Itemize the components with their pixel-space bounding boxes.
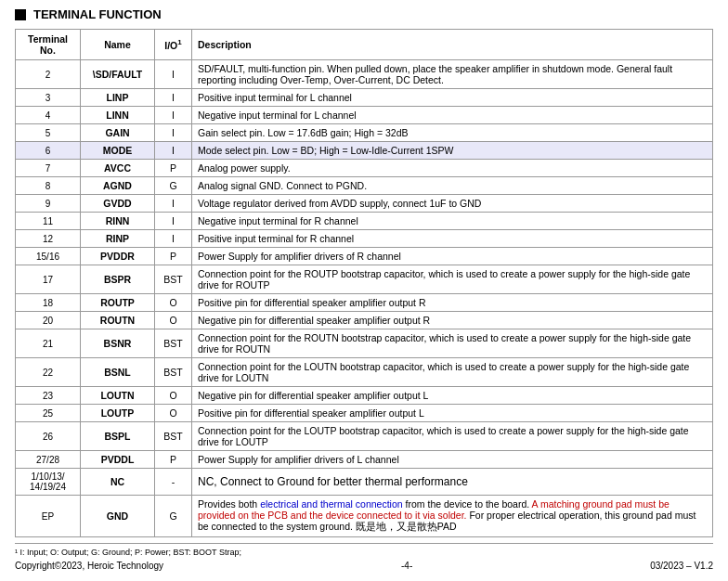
cell-name: BSNL: [81, 358, 155, 387]
cell-terminal: 18: [16, 294, 81, 312]
cell-desc: Positive pin for differential speaker am…: [192, 294, 713, 312]
cell-terminal: 8: [16, 177, 81, 195]
cell-terminal: 26: [16, 422, 81, 451]
cell-name: LOUTP: [81, 405, 155, 422]
cell-terminal: 5: [16, 124, 81, 142]
table-row: 1/10/13/ 14/19/24NC-NC, Connect to Groun…: [16, 469, 713, 496]
cell-name: GND: [81, 496, 155, 537]
cell-io: I: [155, 107, 192, 124]
table-row: 9GVDDIVoltage regulator derived from AVD…: [16, 195, 713, 213]
cell-io: P: [155, 451, 192, 469]
terminal-function-table: Terminal No. Name I/O1 Description 2\SD/…: [15, 29, 713, 537]
cell-name: AGND: [81, 177, 155, 195]
cell-name: NC: [81, 469, 155, 496]
footer-copyright: Copyright©2023, Heroic Technology: [15, 561, 163, 571]
cell-name: LOUTN: [81, 387, 155, 405]
cell-io: O: [155, 294, 192, 312]
header-name: Name: [81, 30, 155, 60]
cell-io: I: [155, 213, 192, 230]
table-row: 20ROUTNONegative pin for differential sp…: [16, 312, 713, 329]
cell-desc: SD/FAULT, multi-function pin. When pulle…: [192, 60, 713, 89]
cell-terminal: 15/16: [16, 248, 81, 265]
footer-version: 03/2023 – V1.2: [650, 561, 713, 571]
cell-terminal: 6: [16, 142, 81, 160]
cell-name: BSNR: [81, 329, 155, 358]
header-io: I/O1: [155, 30, 192, 60]
cell-desc: Voltage regulator derived from AVDD supp…: [192, 195, 713, 213]
cell-name: GAIN: [81, 124, 155, 142]
cell-name: BSPR: [81, 265, 155, 294]
cell-name: \SD/FAULT: [81, 60, 155, 89]
cell-name: ROUTN: [81, 312, 155, 329]
cell-desc: Provides both electrical and thermal con…: [192, 496, 713, 537]
cell-io: I: [155, 230, 192, 248]
cell-io: G: [155, 177, 192, 195]
header-terminal: Terminal No.: [16, 30, 81, 60]
cell-io: O: [155, 312, 192, 329]
table-row: 22BSNLBSTConnection point for the LOUTN …: [16, 358, 713, 387]
cell-io: -: [155, 469, 192, 496]
cell-desc: NC, Connect to Ground for better thermal…: [192, 469, 713, 496]
table-row: 12RINPIPositive input terminal for R cha…: [16, 230, 713, 248]
table-row: 27/28PVDDLPPower Supply for amplifier dr…: [16, 451, 713, 469]
footer: Copyright©2023, Heroic Technology -4- 03…: [15, 561, 713, 571]
header-desc: Description: [192, 30, 713, 60]
cell-io: P: [155, 160, 192, 177]
cell-io: G: [155, 496, 192, 537]
footer-page: -4-: [401, 561, 412, 571]
cell-terminal: 22: [16, 358, 81, 387]
cell-name: GVDD: [81, 195, 155, 213]
table-row: 11RINNINegative input terminal for R cha…: [16, 213, 713, 230]
cell-name: MODE: [81, 142, 155, 160]
cell-desc: Connection point for the LOUTP bootstrap…: [192, 422, 713, 451]
cell-desc: Positive pin for differential speaker am…: [192, 405, 713, 422]
cell-name: PVDDL: [81, 451, 155, 469]
cell-desc: Negative pin for differential speaker am…: [192, 312, 713, 329]
table-row: 2\SD/FAULTISD/FAULT, multi-function pin.…: [16, 60, 713, 89]
cell-desc: Power Supply for amplifier drivers of L …: [192, 451, 713, 469]
cell-io: BST: [155, 422, 192, 451]
cell-terminal: 17: [16, 265, 81, 294]
cell-desc: Negative input terminal for R channel: [192, 213, 713, 230]
cell-terminal: 25: [16, 405, 81, 422]
cell-io: I: [155, 60, 192, 89]
cell-desc: Analog power supply.: [192, 160, 713, 177]
cell-terminal: 7: [16, 160, 81, 177]
table-row: 17BSPRBSTConnection point for the ROUTP …: [16, 265, 713, 294]
cell-io: BST: [155, 265, 192, 294]
cell-name: PVDDR: [81, 248, 155, 265]
cell-terminal: 9: [16, 195, 81, 213]
table-row: 18ROUTPOPositive pin for differential sp…: [16, 294, 713, 312]
cell-terminal: EP: [16, 496, 81, 537]
cell-terminal: 21: [16, 329, 81, 358]
cell-io: P: [155, 248, 192, 265]
cell-terminal: 27/28: [16, 451, 81, 469]
cell-terminal: 23: [16, 387, 81, 405]
table-row: 5GAINIGain select pin. Low = 17.6dB gain…: [16, 124, 713, 142]
cell-desc: Connection point for the ROUTP bootstrap…: [192, 265, 713, 294]
cell-terminal: 4: [16, 107, 81, 124]
table-row: 15/16PVDDRPPower Supply for amplifier dr…: [16, 248, 713, 265]
cell-desc: Positive input terminal for L channel: [192, 89, 713, 107]
footnote-text: ¹ I: Input; O: Output; G: Ground; P: Pow…: [15, 548, 241, 557]
table-row: 8AGNDGAnalog signal GND. Connect to PGND…: [16, 177, 713, 195]
section-title-icon: [15, 9, 26, 20]
cell-io: I: [155, 142, 192, 160]
cell-name: ROUTP: [81, 294, 155, 312]
cell-terminal: 11: [16, 213, 81, 230]
cell-desc: Power Supply for amplifier drivers of R …: [192, 248, 713, 265]
cell-desc: Positive input terminal for R channel: [192, 230, 713, 248]
cell-terminal: 2: [16, 60, 81, 89]
cell-name: LINP: [81, 89, 155, 107]
table-row: 25LOUTPOPositive pin for differential sp…: [16, 405, 713, 422]
cell-desc: Gain select pin. Low = 17.6dB gain; High…: [192, 124, 713, 142]
cell-desc: Negative pin for differential speaker am…: [192, 387, 713, 405]
footnote: ¹ I: Input; O: Output; G: Ground; P: Pow…: [15, 543, 713, 557]
table-row: EPGNDGProvides both electrical and therm…: [16, 496, 713, 537]
cell-io: O: [155, 387, 192, 405]
cell-desc: Connection point for the ROUTN bootstrap…: [192, 329, 713, 358]
table-row: 7AVCCPAnalog power supply.: [16, 160, 713, 177]
section-title: TERMINAL FUNCTION: [15, 7, 713, 21]
cell-terminal: 20: [16, 312, 81, 329]
cell-io: I: [155, 89, 192, 107]
